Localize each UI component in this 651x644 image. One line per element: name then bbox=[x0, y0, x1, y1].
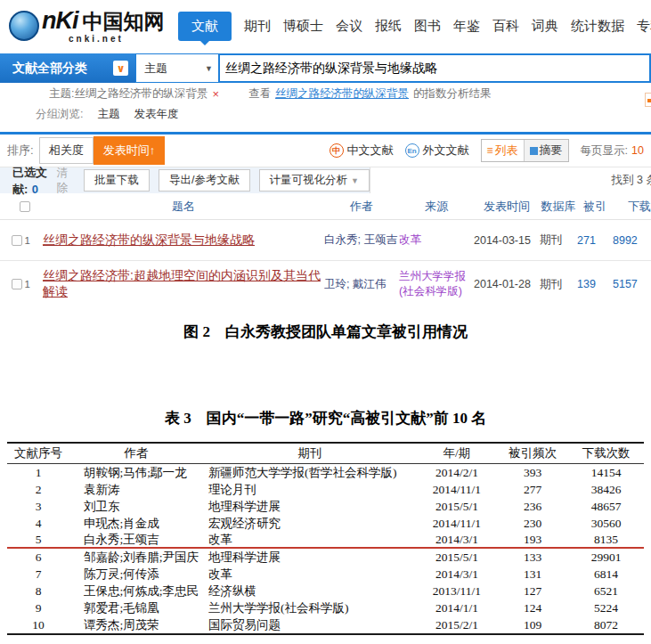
foreign-lit-icon: En bbox=[405, 143, 419, 158]
nav-item-tushu[interactable]: 图书 bbox=[414, 18, 441, 35]
table-row: 8王保忠;何炼成;李忠民经济纵横2013/11/11276521 bbox=[7, 583, 644, 599]
results-header: 题名 作者 来源 发表时间 数据库 被引 下载 bbox=[0, 193, 651, 220]
group-item-year[interactable]: 发表年度 bbox=[134, 107, 178, 122]
table-row-highlighted: 5白永秀;王颂吉改革2014/3/11938135 bbox=[7, 532, 644, 549]
result-count-text: 找到 3 条 bbox=[612, 173, 651, 188]
table-row: 1胡鞍钢;马伟;鄢一龙新疆师范大学学报(哲学社会科学版)2014/2/13931… bbox=[7, 464, 644, 481]
per-page-value[interactable]: 10 bbox=[631, 144, 644, 157]
view-label: 查看 bbox=[248, 86, 271, 102]
col-downloads[interactable]: 下载 bbox=[613, 199, 651, 215]
article-cites-link[interactable]: 271 bbox=[577, 234, 613, 247]
batch-download-button[interactable]: 批量下载 bbox=[84, 169, 150, 192]
nav-item-zhuanli[interactable]: 专利 bbox=[637, 18, 651, 35]
col-authors[interactable]: 作者 bbox=[324, 199, 399, 215]
globe-icon bbox=[9, 11, 39, 41]
group-label: 分组浏览: bbox=[36, 107, 83, 122]
sort-time-button[interactable]: 发表时间↑ bbox=[94, 136, 166, 165]
article-downloads-link[interactable]: 5157 bbox=[613, 278, 651, 290]
sort-toolbar: 排序: 相关度 发表时间↑ 中 中文文献 En 外文文献 ≡ 列表 摘要 bbox=[0, 135, 651, 167]
table-row: 3刘卫东地理科学进展2015/5/123648657 bbox=[7, 498, 644, 515]
cnki-logo[interactable]: nKi 中国知网 cnki.net bbox=[9, 9, 167, 44]
chinese-lit-icon: 中 bbox=[330, 143, 344, 158]
result-row: 1 丝绸之路经济带的纵深背景与地缘战略 白永秀; 王颂吉 改革 2014-03-… bbox=[0, 220, 651, 261]
figure2-caption: 图 2 白永秀教授团队单篇文章被引用情况 bbox=[0, 322, 651, 342]
table-row: 7陈万灵;何传添改革2014/3/11316814 bbox=[7, 566, 644, 583]
abstract-icon bbox=[530, 147, 538, 155]
chinese-lit-toggle[interactable]: 中 中文文献 bbox=[330, 143, 394, 159]
metrics-analysis-button[interactable]: 计量可视化分析▼ bbox=[259, 169, 370, 192]
active-tab-arrow bbox=[200, 41, 209, 45]
nav-item-qikan[interactable]: 期刊 bbox=[244, 18, 271, 35]
article-downloads-link[interactable]: 8992 bbox=[613, 234, 651, 247]
nav-item-wenxian[interactable]: 文献 bbox=[178, 12, 232, 41]
nav-item-baike[interactable]: 百科 bbox=[492, 18, 519, 35]
nav-item-tongjishuju[interactable]: 统计数据 bbox=[571, 18, 624, 35]
chevron-down-icon: ▼ bbox=[205, 64, 213, 73]
select-all-checkbox[interactable] bbox=[20, 201, 30, 212]
list-view-button[interactable]: ≡ 列表 bbox=[482, 140, 524, 161]
group-item-theme[interactable]: 主题 bbox=[97, 107, 119, 122]
search-field-dropdown[interactable]: 主题 ▼ bbox=[135, 53, 218, 83]
view-suffix: 的指数分析结果 bbox=[413, 86, 492, 102]
result-row: 1 丝绸之路经济带:超越地理空间的内涵识别及其当代解读 卫玲; 戴江伟 兰州大学… bbox=[0, 261, 651, 307]
list-icon: ≡ bbox=[487, 144, 493, 157]
export-refs-button[interactable]: 导出/参考文献 bbox=[159, 169, 249, 192]
article-cites-link[interactable]: 139 bbox=[577, 278, 613, 290]
table3: 文献序号 作者 期刊 年/期 被引频次 下载次数 1胡鞍钢;马伟;鄢一龙新疆师范… bbox=[7, 442, 644, 635]
table-row: 4申现杰;肖金成宏观经济研究2014/11/123030560 bbox=[7, 515, 644, 532]
article-database: 期刊 bbox=[540, 232, 577, 248]
logo-chinese-text: 中国知网 bbox=[83, 12, 165, 32]
selected-label: 已选文献: bbox=[12, 166, 47, 196]
search-field-value: 主题 bbox=[144, 61, 167, 77]
col-date[interactable]: 发表时间 bbox=[474, 199, 540, 215]
article-database: 期刊 bbox=[540, 277, 577, 292]
table3-header: 文献序号 作者 期刊 年/期 被引频次 下载次数 bbox=[7, 444, 644, 464]
category-toggle-icon[interactable]: ∨ bbox=[113, 61, 128, 76]
logo-domain-text: cnki.net bbox=[69, 35, 165, 44]
table-row: 2袁新涛理论月刊2014/11/127738426 bbox=[7, 481, 644, 498]
filter-row: 主题:丝绸之路经济带的纵深背景 × 查看 丝绸之路经济带的纵深背景 的指数分析结… bbox=[0, 83, 651, 104]
sort-relevance-button[interactable]: 相关度 bbox=[39, 137, 94, 164]
search-input[interactable] bbox=[218, 53, 651, 83]
search-row: 文献全部分类 ∨ 主题 ▼ bbox=[0, 53, 651, 83]
main-nav: 文献 期刊 博硕士 会议 报纸 图书 年鉴 百科 词典 统计数据 专利 标准 bbox=[178, 12, 651, 41]
clear-selection-button[interactable]: 清除 bbox=[57, 166, 70, 196]
per-page-control[interactable]: 每页显示:10 bbox=[581, 143, 644, 159]
cnki-header: nKi 中国知网 cnki.net 文献 期刊 博硕士 会议 报纸 图书 年鉴 … bbox=[0, 0, 651, 52]
filter-tag: 主题:丝绸之路经济带的纵深背景 bbox=[49, 86, 208, 102]
nav-item-nianjian[interactable]: 年鉴 bbox=[453, 18, 480, 35]
selection-toolbar: 已选文献: 0 清除 批量下载 导出/参考文献 计量可视化分析▼ 找到 3 条 bbox=[0, 167, 651, 193]
row-checkbox[interactable] bbox=[12, 235, 22, 246]
category-selector[interactable]: 文献全部分类 ∨ bbox=[0, 53, 135, 83]
article-authors[interactable]: 白永秀; 王颂吉 bbox=[324, 232, 399, 248]
col-title[interactable]: 题名 bbox=[30, 199, 324, 215]
category-label: 文献全部分类 bbox=[12, 61, 87, 77]
article-source-link[interactable]: 改革 bbox=[399, 232, 421, 248]
foreign-lit-toggle[interactable]: En 外文文献 bbox=[405, 143, 469, 159]
article-source-link[interactable]: 兰州大学学报(社会科学版) bbox=[399, 269, 474, 299]
col-source[interactable]: 来源 bbox=[399, 199, 474, 215]
nav-item-boshuoshi[interactable]: 博硕士 bbox=[283, 18, 323, 35]
remove-filter-icon[interactable]: × bbox=[212, 87, 219, 101]
selected-count: 0 bbox=[32, 183, 38, 196]
row-checkbox[interactable] bbox=[12, 279, 22, 289]
nav-item-baozhi[interactable]: 报纸 bbox=[375, 18, 402, 35]
article-date: 2014-03-15 bbox=[474, 234, 540, 247]
article-authors[interactable]: 卫玲; 戴江伟 bbox=[324, 277, 399, 292]
table-row: 9郭爱君;毛锦凰兰州大学学报(社会科学版)2014/1/11245224 bbox=[7, 599, 644, 616]
edge-partial-widget[interactable] bbox=[645, 93, 651, 107]
index-analysis-link[interactable]: 丝绸之路经济带的纵深背景 bbox=[275, 86, 409, 102]
col-cites[interactable]: 被引 bbox=[577, 199, 613, 215]
abstract-view-button[interactable]: 摘要 bbox=[524, 140, 568, 161]
article-title-link[interactable]: 丝绸之路经济带:超越地理空间的内涵识别及其当代解读 bbox=[43, 268, 321, 298]
view-mode-toggle: ≡ 列表 摘要 bbox=[481, 139, 569, 162]
col-database[interactable]: 数据库 bbox=[540, 199, 577, 215]
article-title-link[interactable]: 丝绸之路经济带的纵深背景与地缘战略 bbox=[43, 232, 255, 247]
chevron-down-icon: ▼ bbox=[351, 176, 359, 185]
sort-label: 排序: bbox=[7, 143, 34, 159]
nav-item-huiyi[interactable]: 会议 bbox=[336, 18, 362, 35]
logo-nki-text: nKi bbox=[42, 9, 78, 33]
article-date: 2014-01-28 bbox=[474, 278, 540, 290]
nav-item-cidian[interactable]: 词典 bbox=[532, 18, 558, 35]
table-row: 10谭秀杰;周茂荣国际贸易问题2015/2/11098072 bbox=[7, 616, 644, 633]
